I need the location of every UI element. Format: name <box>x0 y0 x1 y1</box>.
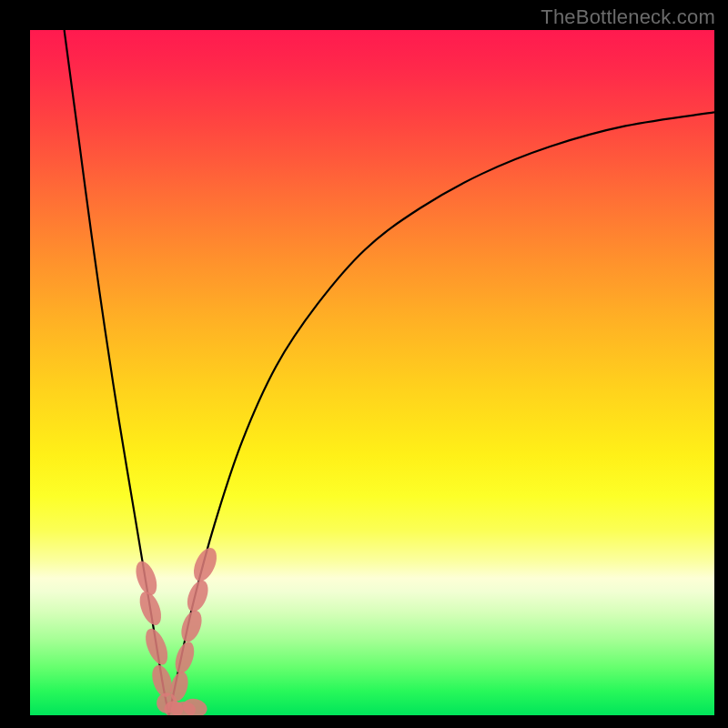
plot-area <box>30 30 714 715</box>
curve-layer <box>30 30 714 715</box>
data-marker <box>177 608 206 645</box>
data-marker <box>136 589 166 629</box>
data-marker <box>141 625 172 667</box>
data-marker <box>172 640 197 676</box>
marker-cluster <box>132 544 221 715</box>
chart-frame: TheBottleneck.com <box>0 0 728 728</box>
data-marker <box>189 544 221 584</box>
watermark-text: TheBottleneck.com <box>541 5 715 29</box>
data-marker <box>183 578 212 615</box>
right-branch-curve <box>169 112 714 715</box>
